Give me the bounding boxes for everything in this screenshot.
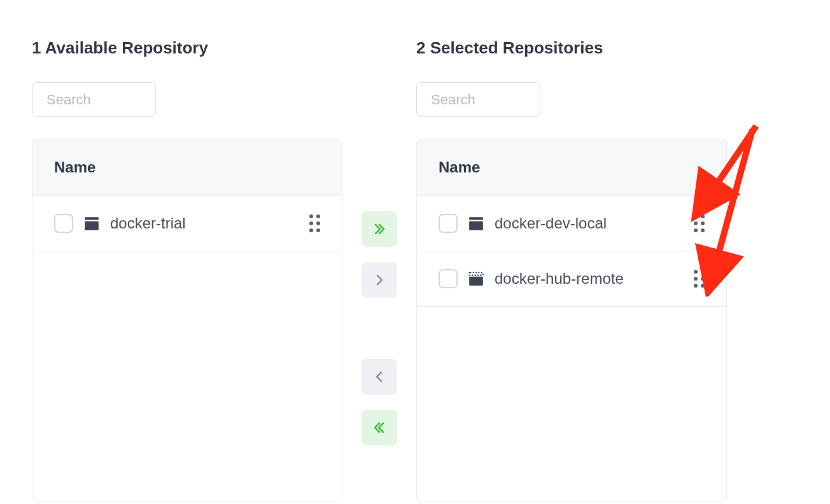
drag-handle-icon[interactable] xyxy=(694,214,705,232)
list-item[interactable]: docker-hub-remote xyxy=(417,251,726,307)
available-search-input[interactable] xyxy=(32,82,156,117)
svg-rect-5 xyxy=(469,277,483,286)
selected-column-header: Name xyxy=(417,139,726,196)
available-panel: 1 Available Repository Name docker-trial xyxy=(32,38,342,501)
move-all-left-button[interactable] xyxy=(362,410,397,445)
selected-list: Name docker-dev-local docker-hub-remote xyxy=(416,139,727,501)
list-item[interactable]: docker-dev-local xyxy=(417,196,726,251)
move-right-button[interactable] xyxy=(362,262,397,298)
available-title: 1 Available Repository xyxy=(32,38,342,58)
repo-name: docker-hub-remote xyxy=(495,270,684,288)
checkbox[interactable] xyxy=(439,214,458,233)
checkbox[interactable] xyxy=(54,214,73,233)
repo-name: docker-dev-local xyxy=(495,214,684,232)
repository-remote-icon xyxy=(468,270,484,287)
available-column-header: Name xyxy=(32,139,342,196)
svg-rect-1 xyxy=(85,221,99,230)
move-all-right-button[interactable] xyxy=(362,211,397,247)
repo-name: docker-trial xyxy=(110,214,299,232)
svg-rect-3 xyxy=(469,221,483,230)
checkbox[interactable] xyxy=(439,269,458,288)
repository-local-icon xyxy=(83,215,100,232)
drag-handle-icon[interactable] xyxy=(309,214,320,232)
transfer-controls xyxy=(362,211,397,445)
svg-rect-0 xyxy=(85,217,99,220)
available-list: Name docker-trial xyxy=(32,139,342,501)
drag-handle-icon[interactable] xyxy=(694,270,705,288)
selected-title: 2 Selected Repositories xyxy=(416,38,727,58)
svg-rect-4 xyxy=(469,272,483,275)
svg-rect-2 xyxy=(469,217,483,220)
move-left-button[interactable] xyxy=(362,359,397,395)
selected-panel: 2 Selected Repositories Name docker-dev-… xyxy=(416,38,727,501)
repository-local-icon xyxy=(468,215,484,232)
list-item[interactable]: docker-trial xyxy=(32,196,342,251)
selected-search-input[interactable] xyxy=(416,82,540,117)
